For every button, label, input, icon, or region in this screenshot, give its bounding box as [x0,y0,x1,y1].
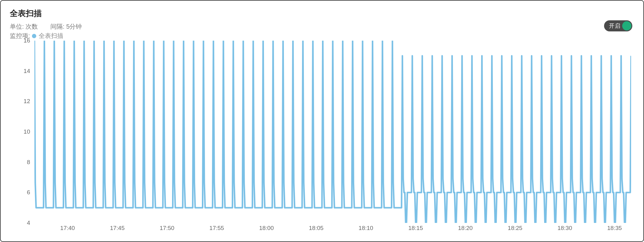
x-tick-label: 18:35 [607,225,622,232]
line-chart [34,41,631,223]
x-tick-label: 18:10 [359,225,373,232]
panel-subtitle: 单位: 次数 间隔: 5分钟 [10,22,634,31]
y-axis: 46810121416 [10,41,34,223]
x-tick-label: 17:50 [160,225,175,232]
unit-value: 次数 [26,23,38,30]
x-tick-label: 18:30 [557,225,572,232]
y-tick-label: 14 [24,68,30,75]
x-tick-label: 18:15 [408,225,423,232]
x-tick-label: 18:00 [259,225,274,232]
legend-dot-icon [32,34,36,38]
toggle-label: 开启 [609,22,621,30]
plot-area [34,41,631,223]
unit-label: 单位: [10,23,24,30]
interval-value: 5分钟 [66,23,82,30]
x-tick-label: 18:20 [458,225,473,232]
x-tick-label: 18:05 [309,225,324,232]
chart-area: 46810121416 17:4017:4517:5017:5518:0018:… [10,41,634,235]
x-axis: 17:4017:4517:5017:5518:0018:0518:1018:15… [34,223,631,235]
enable-toggle[interactable]: 开启 [604,20,632,31]
y-tick-label: 10 [24,128,30,135]
y-tick-label: 4 [27,220,30,226]
panel-title: 全表扫描 [10,8,634,19]
y-tick-label: 8 [27,159,30,166]
panel-header: 全表扫描 单位: 次数 间隔: 5分钟 监控项: 全表扫描 [10,8,634,40]
x-tick-label: 18:25 [508,225,523,232]
y-tick-label: 16 [24,37,30,44]
x-tick-label: 17:45 [110,225,125,232]
legend: 监控项: 全表扫描 [10,32,634,40]
toggle-knob-icon [622,21,631,30]
interval-label: 间隔: [50,23,65,30]
x-tick-label: 17:40 [60,225,75,232]
chart-panel: 全表扫描 单位: 次数 间隔: 5分钟 监控项: 全表扫描 开启 4681012… [0,0,644,242]
y-tick-label: 6 [27,189,30,196]
y-tick-label: 12 [24,98,30,105]
x-tick-label: 17:55 [210,225,224,232]
legend-series-name: 全表扫描 [39,32,63,40]
